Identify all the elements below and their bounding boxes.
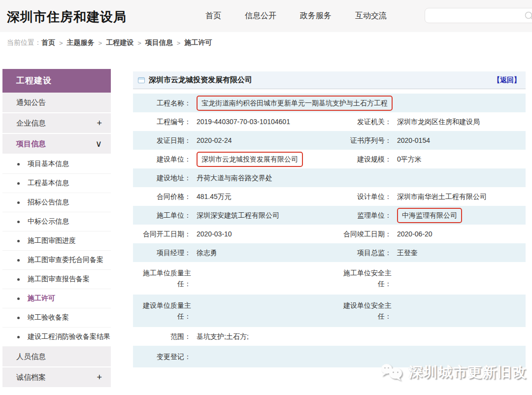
sidebar-item-label: 施工图审查委托合同备案 [28, 256, 103, 264]
sidebar-item-label: 人员信息 [16, 352, 46, 362]
site-logo: 深圳市住房和建设局 [7, 8, 127, 26]
sidebar-item[interactable]: 项目基本信息 [2, 155, 111, 174]
sidebar: 工程建设 通知公告企业信息+项目信息∨项目基本信息工程基本信息招标公告信息中标公… [2, 69, 111, 388]
field-label: 发证日期： [133, 135, 191, 146]
nav-item-3[interactable]: 政务服务 [300, 11, 332, 21]
field-value: 宝龙街道南约积谷田城市更新单元一期基坑支护与土石方工程 [191, 96, 526, 111]
breadcrumb-link-1[interactable]: 首页 [41, 38, 55, 47]
sidebar-item[interactable]: 施工许可 [2, 289, 111, 308]
sidebar-item[interactable]: 中标公示信息 [2, 212, 111, 231]
sidebar-item[interactable]: 建设工程消防验收备案结果 [2, 328, 111, 347]
field-value: 深圳市龙岗区住房和建设局 [392, 117, 526, 127]
bullet-icon [17, 259, 20, 262]
field-value: 深圳市南华岩土工程有限公司 [392, 192, 526, 202]
field-label: 工程名称： [133, 98, 191, 108]
table-row: 合同开工日期：2020-03-10合同竣工日期：2020-06-20 [133, 225, 526, 243]
bullet-icon [17, 336, 20, 338]
sidebar-item[interactable]: 企业信息+ [2, 113, 111, 134]
search-icon[interactable] [524, 11, 532, 21]
chevron-down-icon: ∨ [96, 138, 102, 149]
field-value: 中海监理有限公司 [392, 208, 526, 223]
breadcrumb: 当前位置： 首页>主题服务>工程建设>项目信息>施工许可 [7, 38, 212, 47]
sidebar-item[interactable]: 项目信息∨ [2, 134, 111, 155]
highlight-box: 宝龙街道南约积谷田城市更新单元一期基坑支护与土石方工程 [197, 96, 393, 111]
plus-icon: + [97, 372, 102, 383]
bullet-icon [17, 201, 20, 204]
nav-item-4[interactable]: 互动交流 [355, 11, 387, 21]
search-input[interactable] [425, 8, 524, 23]
table-row: 发证日期：2020-02-24证书序列号：2020-0154 [133, 131, 526, 150]
sidebar-item[interactable]: 施工图审图进度 [2, 231, 111, 251]
field-label: 范围： [133, 331, 191, 342]
field-label: 设计单位： [332, 191, 392, 202]
main-nav: 首页信息公开政务服务互动交流 [205, 11, 387, 21]
highlight-box: 中海监理有限公司 [397, 208, 462, 223]
field-label: 监理单位： [332, 210, 392, 221]
field-label: 变更登记： [133, 351, 191, 362]
sidebar-item[interactable]: 工程基本信息 [2, 174, 111, 193]
sidebar-item-label: 中标公示信息 [28, 217, 69, 226]
sidebar-header: 工程建设 [2, 69, 111, 93]
field-label: 建设规模： [332, 154, 392, 165]
bullet-icon [17, 317, 20, 319]
breadcrumb-list: 首页>主题服务>工程建设>项目信息>施工许可 [41, 38, 212, 47]
sidebar-item-label: 项目基本信息 [28, 160, 69, 168]
field-label: 建设单位： [133, 154, 191, 165]
field-value: 丹荷大道与南谷路交界处 [191, 173, 526, 183]
window-icon [138, 77, 145, 83]
breadcrumb-link-5[interactable]: 施工许可 [184, 38, 212, 47]
sidebar-item[interactable]: 招标公告信息 [2, 193, 111, 212]
table-row: 合同价格：481.45万元设计单位：深圳市南华岩土工程有限公司 [133, 187, 526, 206]
field-value: 深圳深安建筑工程有限公司 [191, 210, 332, 221]
sidebar-item-label: 通知公告 [16, 98, 46, 107]
field-value: 481.45万元 [191, 192, 332, 202]
table-row: 工程名称：宝龙街道南约积谷田城市更新单元一期基坑支护与土石方工程 [133, 94, 526, 112]
sidebar-item-label: 企业信息 [16, 119, 46, 128]
nav-item-2[interactable]: 信息公开 [245, 11, 276, 21]
field-label: 建设单位质量主 任： [133, 300, 191, 322]
sidebar-item[interactable]: 施工图审查委托合同备案 [2, 251, 111, 270]
field-value: 徐志勇 [191, 248, 332, 258]
field-value: 2020-02-24 [191, 135, 332, 146]
wechat-bubbles-icon [379, 362, 405, 383]
breadcrumb-separator: > [59, 39, 63, 47]
watermark-text: 深圳城市更新旧改 [409, 363, 527, 382]
breadcrumb-link-2[interactable]: 主题服务 [67, 38, 95, 47]
bullet-icon [17, 221, 20, 223]
search-box[interactable] [425, 8, 532, 23]
breadcrumb-link-3[interactable]: 工程建设 [106, 38, 133, 47]
breadcrumb-separator: > [137, 39, 141, 47]
table-row: 工程编号：2019-440307-70-03-10104601发证机关：深圳市龙… [133, 112, 526, 131]
bullet-icon [17, 278, 20, 281]
back-button[interactable]: 【返回】 [493, 76, 521, 85]
breadcrumb-separator: > [177, 39, 181, 47]
sidebar-item-label: 建设工程消防验收备案结果 [28, 332, 110, 341]
sidebar-item-label: 竣工验收备案 [28, 313, 69, 322]
field-label: 工程编号： [133, 116, 191, 127]
sidebar-item-label: 施工许可 [28, 294, 55, 303]
field-value: 2020-0154 [392, 135, 526, 146]
table-row: 项目经理：徐志勇项目总监：王登奎 [133, 243, 526, 262]
nav-item-1[interactable]: 首页 [205, 11, 221, 21]
page: 深圳市住房和建设局 首页信息公开政务服务互动交流 当前位置： 首页>主题服务>工… [0, 0, 532, 395]
breadcrumb-link-4[interactable]: 项目信息 [145, 38, 173, 47]
field-value: 王登奎 [392, 248, 526, 258]
sidebar-item[interactable]: 竣工验收备案 [2, 308, 111, 328]
bullet-icon [17, 163, 20, 165]
highlight-box: 深圳市云龙城投资发展有限公司 [197, 152, 303, 167]
sidebar-item[interactable]: 通知公告 [2, 93, 111, 113]
sidebar-item-label: 诚信档案 [16, 373, 46, 382]
field-label: 施工单位质量主 任： [133, 267, 191, 290]
field-value: 2019-440307-70-03-10104601 [191, 117, 332, 127]
breadcrumb-separator: > [99, 39, 102, 47]
sidebar-item[interactable]: 人员信息 [2, 347, 111, 367]
sidebar-item[interactable]: 施工图审查报告备案 [2, 270, 111, 289]
field-value: 2020-03-10 [191, 229, 332, 239]
content-titlebar: 深圳市云龙城投资发展有限公司 【返回】 [133, 71, 526, 89]
sidebar-item-label: 招标公告信息 [28, 198, 69, 207]
sidebar-item[interactable]: 诚信档案+ [2, 367, 111, 388]
field-value: 深圳市云龙城投资发展有限公司 [191, 152, 332, 167]
sidebar-items: 通知公告企业信息+项目信息∨项目基本信息工程基本信息招标公告信息中标公示信息施工… [2, 93, 111, 388]
sidebar-item-label: 施工图审图进度 [28, 236, 76, 245]
sidebar-item-label: 项目信息 [16, 139, 46, 149]
